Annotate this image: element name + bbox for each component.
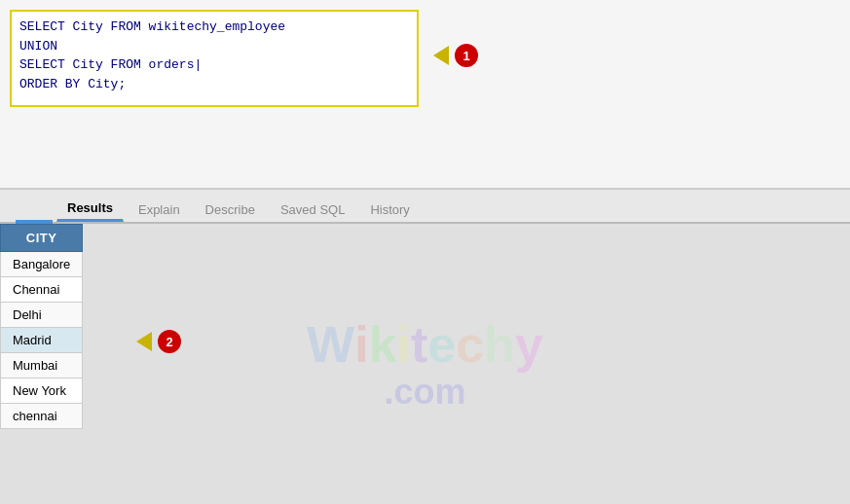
sql-editor-box[interactable]: SELECT City FROM wikitechy_employee UNIO… <box>10 10 419 107</box>
city-cell: chennai <box>1 404 83 429</box>
results-table: CITY BangaloreChennaiDelhiMadridMumbaiNe… <box>0 224 83 429</box>
city-cell: Mumbai <box>1 353 83 378</box>
data-table-container: CITY BangaloreChennaiDelhiMadridMumbaiNe… <box>0 224 83 504</box>
badge-1: 1 <box>455 44 478 67</box>
arrow-icon-2 <box>136 332 152 351</box>
tab-saved-sql[interactable]: Saved SQL <box>270 198 356 222</box>
annotation-1: 1 <box>433 44 478 67</box>
city-cell: Madrid <box>1 328 83 353</box>
table-row[interactable]: Mumbai <box>1 353 83 378</box>
table-row[interactable]: Delhi <box>1 303 83 328</box>
sql-editor-area: SELECT City FROM wikitechy_employee UNIO… <box>0 0 850 190</box>
main-container: SELECT City FROM wikitechy_employee UNIO… <box>0 0 850 504</box>
table-row[interactable]: Chennai <box>1 277 83 303</box>
tab-describe[interactable]: Describe <box>195 198 266 222</box>
results-area: Wikitechy .com CITY BangaloreChennaiDelh… <box>0 224 850 504</box>
watermark-dotcom: .com <box>384 373 465 412</box>
city-cell: Bangalore <box>1 252 83 277</box>
table-row[interactable]: New York <box>1 378 83 404</box>
tab-history[interactable]: History <box>359 198 420 222</box>
arrow-icon-1 <box>433 46 449 65</box>
table-row[interactable]: Bangalore <box>1 252 83 277</box>
sql-code: SELECT City FROM wikitechy_employee UNIO… <box>19 18 409 93</box>
tab-results[interactable]: Results <box>56 196 124 222</box>
city-cell: Delhi <box>1 303 83 328</box>
column-header-city: CITY <box>1 225 83 252</box>
table-row[interactable]: chennai <box>1 404 83 429</box>
badge-2: 2 <box>158 330 181 353</box>
tab-explain[interactable]: Explain <box>128 198 191 222</box>
city-cell: New York <box>1 378 83 404</box>
table-row[interactable]: Madrid <box>1 328 83 353</box>
annotation-2: 2 <box>136 330 181 353</box>
watermark: Wikitechy .com <box>307 317 543 412</box>
results-tabs: Results Explain Describe Saved SQL Histo… <box>0 190 850 224</box>
city-cell: Chennai <box>1 277 83 303</box>
